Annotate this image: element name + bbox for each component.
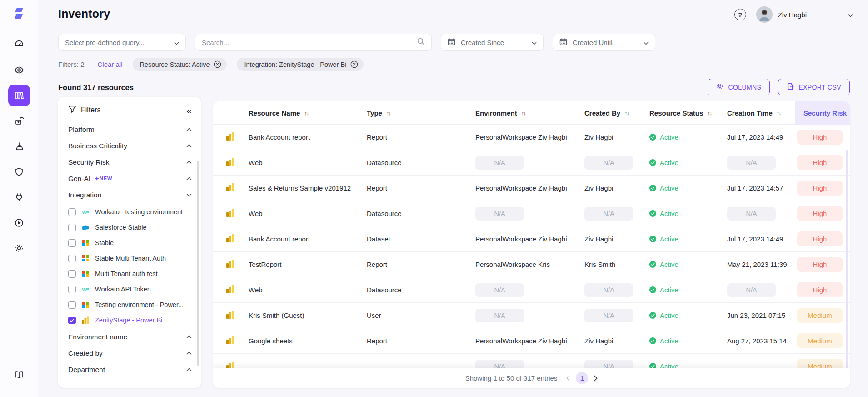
checkbox[interactable] — [68, 255, 76, 262]
columns-button[interactable]: COLUMNS — [708, 79, 770, 95]
sidebar-item-cleanup[interactable] — [8, 136, 30, 157]
powerbi-icon — [226, 157, 234, 168]
integration-option-microsoft[interactable]: Stable — [68, 235, 192, 251]
integration-option-workato[interactable]: w• Workato - testing environment — [68, 204, 192, 220]
table-row[interactable]: Web Datasource N/A N/A Active N/A High — [213, 201, 850, 226]
resource-status-cell: Active — [648, 286, 725, 294]
sidebar-item-integrations[interactable] — [8, 187, 30, 208]
filter-section[interactable]: Security Risk ✦ — [68, 154, 192, 171]
checkbox[interactable] — [68, 239, 76, 247]
sort-icon[interactable]: ↑↓ — [386, 110, 390, 116]
table-row[interactable]: TestReport Report PersonalWorkspace Kris… — [213, 252, 850, 277]
checkbox[interactable] — [68, 301, 76, 309]
sidebar-item-dashboard[interactable] — [8, 34, 30, 55]
checkbox[interactable] — [68, 317, 76, 324]
sort-icon[interactable]: ↑↓ — [707, 110, 711, 116]
resource-status-cell: Active — [648, 184, 725, 192]
risk-badge: High — [797, 282, 843, 297]
environment-cell: N/A — [474, 360, 583, 369]
filter-section[interactable]: Created by ✦ — [68, 345, 192, 362]
column-header-resource-status[interactable]: Resource Status↑↓ — [648, 109, 725, 117]
filter-section[interactable]: Department ✦ — [68, 362, 192, 378]
security-risk-cell: High — [795, 257, 850, 272]
sort-icon[interactable]: ↑↓ — [521, 110, 525, 116]
column-header-security-risk[interactable]: Security Risk — [795, 101, 850, 125]
page-number[interactable]: 1 — [576, 372, 588, 384]
panel-scrollbar[interactable] — [197, 161, 199, 366]
app-logo[interactable] — [12, 6, 26, 21]
sort-icon[interactable]: ↑↓ — [777, 110, 781, 116]
table-scrollbar[interactable] — [846, 150, 848, 368]
help-icon[interactable]: ? — [734, 9, 746, 20]
created-until-picker[interactable]: Created Until — [553, 34, 655, 51]
created-by-cell: N/A — [583, 156, 648, 170]
filter-section[interactable]: Platform ✦ — [68, 121, 192, 138]
sidebar-item-access[interactable] — [8, 111, 30, 131]
sort-icon[interactable]: ↑↓ — [304, 110, 308, 116]
table-row[interactable]: Bank Account report Dataset PersonalWork… — [213, 226, 850, 252]
type-cell: Datasource — [365, 159, 474, 166]
table-row[interactable]: Google sheets Report PersonalWorkspace Z… — [213, 328, 850, 354]
column-header-resource-name[interactable]: Resource Name↑↓ — [247, 109, 365, 117]
sidebar-item-inventory[interactable] — [8, 85, 30, 106]
sidebar-item-documentation[interactable] — [8, 364, 30, 385]
filter-section[interactable]: Environment name ✦ — [68, 329, 192, 345]
column-header-creation-time[interactable]: Creation Time↑↓ — [725, 109, 795, 117]
predefined-query-select[interactable]: Select pre-defined query... — [58, 34, 186, 51]
risk-badge: High — [797, 231, 843, 246]
remove-filter-icon[interactable] — [214, 60, 221, 68]
sidebar-item-settings[interactable] — [8, 238, 30, 259]
table-row[interactable]: N/A N/A Active Medium — [213, 354, 850, 368]
filter-section[interactable]: Integration ✦ — [68, 187, 192, 203]
checkbox[interactable] — [68, 270, 76, 278]
resource-name-cell: Sales & Returns Sample v201912 — [247, 184, 365, 192]
checkbox[interactable] — [68, 208, 76, 216]
filter-chip: Integration: ZenityStage - Power Bi — [237, 58, 364, 71]
integration-option-microsoft[interactable]: Testing environment - Power... — [68, 297, 192, 312]
environment-cell: PersonalWorkspace Ziv Hagbi — [474, 133, 583, 141]
sidebar-item-playbooks[interactable] — [8, 212, 30, 233]
sort-icon[interactable]: ↑↓ — [624, 110, 629, 116]
avatar — [756, 6, 773, 23]
check-circle-icon — [649, 134, 656, 141]
created-by-cell: Ziv Hagbi — [583, 235, 648, 243]
column-header-type[interactable]: Type↑↓ — [365, 109, 474, 117]
user-menu[interactable]: Ziv Hagbi — [756, 6, 853, 23]
created-by-cell: N/A — [583, 207, 648, 221]
collapse-panel-icon[interactable]: « — [186, 106, 192, 115]
filter-section[interactable]: Gen-AI ✦NEW — [68, 171, 192, 187]
table-row[interactable]: Kris Smith (Guest) User N/A N/A Active J… — [213, 303, 850, 328]
filter-section[interactable]: Business Criticality ✦ — [68, 138, 192, 154]
shield-icon — [14, 167, 24, 177]
checkbox[interactable] — [68, 224, 76, 231]
created-by-cell: N/A — [583, 283, 648, 297]
table-row[interactable]: Web Datasource N/A N/A Active N/A High — [213, 150, 850, 176]
prev-page-icon[interactable] — [566, 375, 570, 382]
remove-filter-icon[interactable] — [350, 60, 358, 68]
table-row[interactable]: Bank Account report Report PersonalWorks… — [213, 125, 850, 150]
integration-option-microsoft[interactable]: Multi Tenant auth test — [68, 266, 192, 281]
column-header-created-by[interactable]: Created By↑↓ — [583, 109, 648, 117]
broom-icon — [14, 141, 24, 151]
sidebar-item-security[interactable] — [8, 161, 30, 182]
environment-cell: PersonalWorkspace Kris — [474, 261, 583, 268]
resource-name-cell: Bank Account report — [247, 235, 365, 243]
type-cell: Dataset — [365, 235, 474, 243]
clear-all-link[interactable]: Clear all — [98, 60, 123, 68]
next-page-icon[interactable] — [594, 375, 598, 382]
type-cell: Report — [365, 337, 474, 345]
environment-cell: PersonalWorkspace Ziv Hagbi — [474, 235, 583, 243]
column-header-environment[interactable]: Environment↑↓ — [474, 109, 583, 117]
table-row[interactable]: Sales & Returns Sample v201912 Report Pe… — [213, 176, 850, 201]
created-since-picker[interactable]: Created Since — [441, 34, 544, 51]
table-row[interactable]: Web Datasource N/A N/A Active N/A High — [213, 277, 850, 303]
integration-option-powerbi[interactable]: ZenityStage - Power Bi — [68, 312, 192, 328]
export-icon — [787, 83, 794, 91]
integration-option-microsoft[interactable]: Stable Multi Tenant Auth — [68, 251, 192, 266]
search-input[interactable]: Search... — [195, 34, 432, 51]
checkbox[interactable] — [68, 286, 76, 293]
integration-option-salesforce[interactable]: Salesforce Stable — [68, 220, 192, 235]
integration-option-workato[interactable]: w• Workato API Token — [68, 281, 192, 297]
sidebar-item-visibility[interactable] — [8, 60, 30, 80]
export-csv-button[interactable]: EXPORT CSV — [778, 79, 850, 95]
